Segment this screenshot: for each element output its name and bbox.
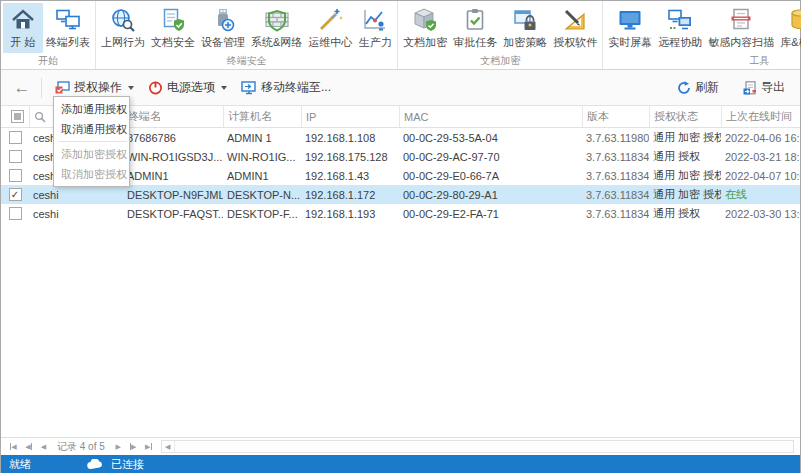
header-computer-name[interactable]: 计算机名	[223, 106, 301, 127]
row-checkbox[interactable]	[9, 150, 22, 163]
row-checkbox[interactable]	[9, 207, 22, 220]
cell-computer: DESKTOP-F...	[223, 204, 301, 223]
ribbon-item-productivity[interactable]: 生产力	[355, 3, 395, 53]
next-page-button[interactable]: ▶	[127, 440, 140, 453]
power-icon	[148, 80, 163, 95]
cell-mac: 00-0C-29-AC-97-70	[399, 147, 582, 166]
cube-shield-icon	[411, 6, 439, 34]
last-page-button[interactable]: ▶	[142, 440, 155, 453]
chevron-down-icon	[221, 86, 227, 90]
scroll-left-button[interactable]: ◀	[162, 441, 175, 452]
usb-device-icon	[209, 6, 237, 34]
ribbon-item-label: 系统&网络	[251, 36, 302, 49]
ribbon-item-label: 实时屏幕	[608, 36, 652, 49]
ribbon-item-system-network[interactable]: 系统&网络	[248, 3, 305, 53]
cell-user: ceshi	[29, 204, 123, 223]
ribbon-item-realtime-screen[interactable]: 实时屏幕	[605, 3, 655, 53]
ribbon: 开 始 终端列表 开始 上网行为	[1, 1, 800, 70]
move-terminal-button[interactable]: 移动终端至...	[234, 76, 338, 99]
cell-mac: 00-0C-29-80-29-A1	[399, 185, 582, 204]
menu-separator	[59, 141, 127, 142]
refresh-button[interactable]: 刷新	[670, 76, 726, 99]
cell-status: 通用 加密 授权	[649, 166, 721, 185]
select-all-checkbox[interactable]	[11, 110, 24, 123]
power-options-button[interactable]: 电源选项	[141, 76, 234, 99]
cell-ip: 192.168.1.43	[301, 166, 399, 185]
header-version[interactable]: 版本	[582, 106, 649, 127]
cell-last-online: 在线	[721, 185, 800, 204]
cell-last-online: 2022-03-30 13:02:09	[721, 204, 800, 223]
menu-item-cancel-encrypt-auth[interactable]: 取消加密授权	[54, 164, 129, 184]
menu-item-cancel-general-auth[interactable]: 取消通用授权	[54, 119, 129, 139]
ribbon-item-doc-encryption[interactable]: 文档加密	[400, 3, 450, 53]
next-record-button[interactable]: ▶	[112, 440, 125, 453]
row-checkbox[interactable]	[9, 188, 22, 201]
header-mac[interactable]: MAC	[399, 106, 582, 127]
header-last-online[interactable]: 上次在线时间	[721, 106, 800, 127]
terminal-list-icon	[54, 6, 82, 34]
ribbon-item-ops-center[interactable]: 运维中心	[305, 3, 355, 53]
app-window: 开 始 终端列表 开始 上网行为	[0, 0, 801, 473]
header-ip[interactable]: IP	[301, 106, 399, 127]
ribbon-group-label: 开始	[3, 54, 93, 69]
header-select-all[interactable]	[1, 106, 29, 127]
shield-wall-icon	[263, 6, 291, 34]
header-terminal-name[interactable]: 终端名	[123, 106, 223, 127]
ribbon-item-library-templates[interactable]: 库&模板	[777, 3, 801, 53]
menu-item-add-general-auth[interactable]: 添加通用授权	[54, 99, 129, 119]
cell-last-online: 2022-04-06 16:10:31	[721, 128, 800, 147]
ribbon-item-authorized-software[interactable]: 授权软件	[550, 3, 600, 53]
export-button[interactable]: 导出	[736, 76, 792, 99]
ribbon-item-sensitive-scan[interactable]: 敏感内容扫描	[705, 3, 777, 53]
export-icon	[743, 81, 757, 95]
ribbon-item-label: 运维中心	[308, 36, 352, 49]
record-navigator: ◀ ◀ ◀ 记录 4 of 5 ▶ ▶ ▶ ◀	[1, 437, 800, 455]
cell-mac: 00-0C-29-E0-66-7A	[399, 166, 582, 185]
ribbon-item-home[interactable]: 开 始	[3, 3, 43, 53]
connection-status-text: 已连接	[111, 457, 144, 472]
row-checkbox[interactable]	[9, 131, 22, 144]
cell-terminal: 87686786	[123, 128, 223, 147]
header-auth-status[interactable]: 授权状态	[649, 106, 721, 127]
back-button[interactable]: ←	[9, 76, 35, 100]
cloud-icon	[87, 459, 103, 470]
cell-mac: 00-0C-29-53-5A-04	[399, 128, 582, 147]
ribbon-item-doc-security[interactable]: 文档安全	[148, 3, 198, 53]
row-checkbox[interactable]	[9, 169, 22, 182]
table-row-selected[interactable]: ceshi DESKTOP-N9FJMLI DESKTOP-N... 192.1…	[1, 185, 800, 204]
ribbon-item-web-behavior[interactable]: 上网行为	[98, 3, 148, 53]
menu-item-add-encrypt-auth[interactable]: 添加加密授权	[54, 144, 129, 164]
export-label: 导出	[761, 79, 785, 96]
power-options-label: 电源选项	[167, 79, 215, 96]
table-row[interactable]: ceshi DESKTOP-FAQST... DESKTOP-F... 192.…	[1, 204, 800, 223]
ribbon-item-label: 库&模板	[780, 36, 801, 49]
prev-page-button[interactable]: ◀	[22, 440, 35, 453]
ribbon-item-label: 终端列表	[46, 36, 90, 49]
toolbar-divider	[41, 78, 42, 98]
auth-operations-label: 授权操作	[74, 79, 122, 96]
cell-terminal: DESKTOP-FAQST...	[123, 204, 223, 223]
ribbon-item-label: 敏感内容扫描	[708, 36, 774, 49]
ribbon-item-encryption-policy[interactable]: 加密策略	[500, 3, 550, 53]
cell-version: 3.7.63.11834	[582, 185, 649, 204]
first-page-button[interactable]: ◀	[7, 440, 20, 453]
clipboard-check-icon	[461, 6, 489, 34]
ribbon-item-device-mgmt[interactable]: 设备管理	[198, 3, 248, 53]
ribbon-item-remote-assist[interactable]: 远程协助	[655, 3, 705, 53]
cell-ip: 192.168.1.172	[301, 185, 399, 204]
cell-computer: ADMIN 1	[223, 128, 301, 147]
ribbon-item-approval-tasks[interactable]: 审批任务	[450, 3, 500, 53]
magic-wand-icon	[316, 6, 344, 34]
ribbon-item-label: 生产力	[359, 36, 392, 49]
remote-monitors-icon	[666, 6, 694, 34]
cell-ip: 192.168.175.128	[301, 147, 399, 166]
cell-version: 3.7.63.11980	[582, 128, 649, 147]
cell-status: 通用 加密 授权	[649, 128, 721, 147]
ribbon-group-label: 文档加密	[400, 54, 600, 69]
cell-computer: WIN-RO1IG...	[223, 147, 301, 166]
horizontal-scrollbar[interactable]: ◀	[161, 440, 794, 453]
cell-user: ceshi	[29, 185, 123, 204]
database-icon	[787, 6, 801, 34]
ribbon-item-terminal-list[interactable]: 终端列表	[43, 3, 93, 53]
prev-record-button[interactable]: ◀	[37, 440, 50, 453]
